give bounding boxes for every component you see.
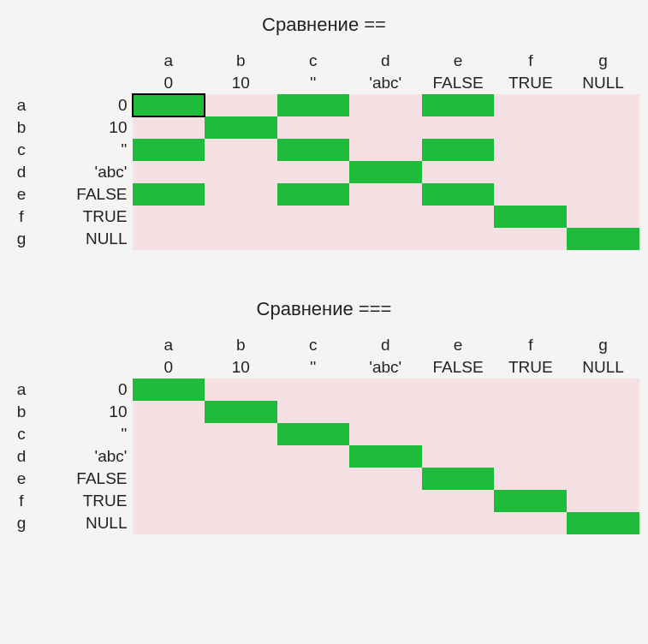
matrix-cell[interactable] xyxy=(133,161,205,183)
matrix-cell[interactable] xyxy=(349,468,422,490)
matrix-cell[interactable] xyxy=(567,161,639,183)
matrix-cell[interactable] xyxy=(567,94,639,116)
matrix-cell[interactable] xyxy=(567,512,639,534)
matrix-cell[interactable] xyxy=(494,445,567,468)
matrix-cell[interactable] xyxy=(349,228,422,250)
matrix-cell[interactable] xyxy=(494,468,567,490)
matrix-cell[interactable] xyxy=(133,401,205,423)
matrix-cell[interactable] xyxy=(205,423,277,445)
matrix-cell[interactable] xyxy=(422,423,495,445)
matrix-cell[interactable] xyxy=(567,183,639,206)
matrix-cell[interactable] xyxy=(422,490,495,512)
matrix-cell[interactable] xyxy=(133,94,205,116)
matrix-cell[interactable] xyxy=(494,161,567,183)
matrix-cell[interactable] xyxy=(277,468,349,490)
matrix-cell[interactable] xyxy=(277,161,349,183)
matrix-cell[interactable] xyxy=(422,228,495,250)
matrix-cell[interactable] xyxy=(133,379,205,401)
matrix-cell[interactable] xyxy=(205,379,277,401)
matrix-cell[interactable] xyxy=(494,228,567,250)
matrix-cell[interactable] xyxy=(349,512,422,534)
matrix-cell[interactable] xyxy=(494,206,567,228)
matrix-cell[interactable] xyxy=(349,379,422,401)
matrix-cell[interactable] xyxy=(422,139,495,161)
matrix-cell[interactable] xyxy=(567,139,639,161)
matrix-cell[interactable] xyxy=(205,161,277,183)
matrix-cell[interactable] xyxy=(277,401,349,423)
matrix-cell[interactable] xyxy=(205,206,277,228)
matrix-cell[interactable] xyxy=(205,228,277,250)
matrix-cell[interactable] xyxy=(349,161,422,183)
matrix-cell[interactable] xyxy=(349,445,422,468)
matrix-cell[interactable] xyxy=(422,445,495,468)
matrix-cell[interactable] xyxy=(133,445,205,468)
matrix-cell[interactable] xyxy=(349,401,422,423)
matrix-cell[interactable] xyxy=(133,490,205,512)
matrix-cell[interactable] xyxy=(205,445,277,468)
matrix-cell[interactable] xyxy=(205,94,277,116)
matrix-cell[interactable] xyxy=(494,183,567,206)
matrix-cell[interactable] xyxy=(494,512,567,534)
matrix-cell[interactable] xyxy=(422,512,495,534)
matrix-cell[interactable] xyxy=(205,139,277,161)
matrix-cell[interactable] xyxy=(494,139,567,161)
col-header-value: TRUE xyxy=(494,356,567,379)
matrix-cell[interactable] xyxy=(349,183,422,206)
matrix-cell[interactable] xyxy=(349,206,422,228)
matrix-cell[interactable] xyxy=(277,206,349,228)
matrix-cell[interactable] xyxy=(133,116,205,139)
matrix-cell[interactable] xyxy=(205,490,277,512)
matrix-cell[interactable] xyxy=(277,490,349,512)
matrix-cell[interactable] xyxy=(133,468,205,490)
row-header-letter: c xyxy=(9,139,34,161)
matrix-cell[interactable] xyxy=(349,94,422,116)
matrix-cell[interactable] xyxy=(567,401,639,423)
matrix-cell[interactable] xyxy=(567,228,639,250)
matrix-cell[interactable] xyxy=(133,228,205,250)
matrix-cell[interactable] xyxy=(133,423,205,445)
matrix-cell[interactable] xyxy=(422,206,495,228)
matrix-cell[interactable] xyxy=(205,183,277,206)
matrix-cell[interactable] xyxy=(422,401,495,423)
matrix-cell[interactable] xyxy=(349,423,422,445)
matrix-cell[interactable] xyxy=(422,116,495,139)
matrix-cell[interactable] xyxy=(205,401,277,423)
matrix-cell[interactable] xyxy=(494,116,567,139)
matrix-cell[interactable] xyxy=(422,161,495,183)
matrix-cell[interactable] xyxy=(349,490,422,512)
matrix-cell[interactable] xyxy=(349,139,422,161)
matrix-cell[interactable] xyxy=(205,512,277,534)
matrix-cell[interactable] xyxy=(133,512,205,534)
matrix-cell[interactable] xyxy=(422,183,495,206)
matrix-cell[interactable] xyxy=(567,379,639,401)
matrix-cell[interactable] xyxy=(133,139,205,161)
matrix-cell[interactable] xyxy=(133,206,205,228)
matrix-cell[interactable] xyxy=(277,379,349,401)
matrix-cell[interactable] xyxy=(567,490,639,512)
matrix-cell[interactable] xyxy=(277,445,349,468)
matrix-cell[interactable] xyxy=(277,94,349,116)
matrix-cell[interactable] xyxy=(277,228,349,250)
matrix-cell[interactable] xyxy=(205,468,277,490)
matrix-cell[interactable] xyxy=(567,445,639,468)
matrix-cell[interactable] xyxy=(277,183,349,206)
matrix-cell[interactable] xyxy=(133,183,205,206)
matrix-cell[interactable] xyxy=(422,94,495,116)
matrix-cell[interactable] xyxy=(567,206,639,228)
matrix-cell[interactable] xyxy=(494,423,567,445)
matrix-cell[interactable] xyxy=(494,94,567,116)
matrix-cell[interactable] xyxy=(277,139,349,161)
matrix-cell[interactable] xyxy=(567,468,639,490)
matrix-cell[interactable] xyxy=(277,423,349,445)
matrix-cell[interactable] xyxy=(277,116,349,139)
matrix-cell[interactable] xyxy=(422,379,495,401)
matrix-cell[interactable] xyxy=(422,468,495,490)
matrix-cell[interactable] xyxy=(494,379,567,401)
matrix-cell[interactable] xyxy=(494,490,567,512)
matrix-cell[interactable] xyxy=(567,423,639,445)
matrix-cell[interactable] xyxy=(205,116,277,139)
matrix-cell[interactable] xyxy=(494,401,567,423)
matrix-cell[interactable] xyxy=(277,512,349,534)
matrix-cell[interactable] xyxy=(349,116,422,139)
matrix-cell[interactable] xyxy=(567,116,639,139)
